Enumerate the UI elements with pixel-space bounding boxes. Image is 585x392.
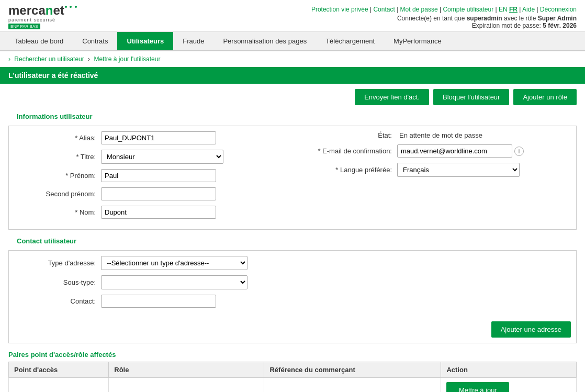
logo-dots — [64, 2, 77, 10]
top-nav-links: Protection vie privée | Contact | Mot de… — [311, 6, 577, 13]
sous-type-select[interactable] — [101, 275, 248, 289]
nav-contracts[interactable]: Contrats — [73, 32, 117, 50]
second-prenom-label: Second prénom: — [17, 190, 101, 198]
lang-en-link[interactable]: EN — [499, 6, 508, 13]
col-reference: Référence du commerçant — [264, 362, 441, 378]
email-row: * E-mail de confirmation: i — [298, 144, 568, 158]
logo-text: mercanet — [8, 4, 64, 17]
logout-link[interactable]: Déconnexion — [540, 6, 577, 13]
contact-form: Type d'adresse: --Sélectionner un type d… — [8, 250, 577, 343]
form-right-col: État: En attente de mot de passe * E-mai… — [298, 131, 568, 224]
nom-input[interactable] — [101, 206, 216, 219]
nav-fraud[interactable]: Fraude — [173, 32, 213, 50]
logo-area: mercanet paiement sécurisé BNP PARIBAS — [8, 4, 77, 29]
contact-link[interactable]: Contact — [373, 6, 395, 13]
paires-section: Paires point d'accès/rôle affectés Point… — [8, 349, 577, 392]
nav-users[interactable]: Utilisateurs — [117, 32, 173, 50]
account-link[interactable]: Compte utilisateur — [443, 6, 493, 13]
add-address-row: Ajouter une adresse — [9, 318, 576, 343]
privacy-link[interactable]: Protection vie privée — [311, 6, 368, 13]
form-left-col: * Alias: * Titre: Monsieur Madame Mademo… — [17, 131, 287, 224]
top-right-info: Protection vie privée | Contact | Mot de… — [311, 6, 577, 29]
nav-pages[interactable]: Personnalisation des pages — [213, 32, 316, 50]
etat-label: État: — [298, 131, 397, 139]
cell-role: Merchant Fraud Admin — [109, 378, 264, 393]
second-prenom-input[interactable] — [101, 187, 216, 200]
email-input[interactable] — [397, 144, 512, 158]
langue-label: * Langue préférée: — [298, 166, 397, 174]
type-adresse-select[interactable]: --Sélectionner un type d'adresse-- — [101, 256, 248, 270]
prenom-label: * Prénom: — [17, 172, 101, 180]
username-display: superadmin — [467, 15, 502, 22]
col-action: Action — [441, 362, 577, 378]
breadcrumb-update-user[interactable]: Mettre à jour l'utilisateur — [94, 55, 160, 63]
table-header-row: Point d'accès Rôle Référence du commerça… — [9, 362, 577, 378]
nom-label: * Nom: — [17, 208, 101, 216]
add-role-button[interactable]: Ajouter un rôle — [513, 89, 577, 105]
contact-form-area: Type d'adresse: --Sélectionner un type d… — [9, 251, 576, 318]
paires-table: Point d'accès Rôle Référence du commerça… — [8, 362, 577, 392]
top-header: mercanet paiement sécurisé BNP PARIBAS P… — [0, 0, 585, 32]
nav-download[interactable]: Téléchargement — [316, 32, 384, 50]
success-banner: L'utilisateur a été réactivé — [0, 67, 585, 84]
titre-label: * Titre: — [17, 153, 101, 161]
user-info: Connecté(e) en tant que superadmin avec … — [311, 15, 577, 22]
nav-myperformance[interactable]: MyPerformance — [384, 32, 451, 50]
role-display: Super Admin — [538, 15, 577, 22]
user-info-section-title: Informations utilisateur — [17, 110, 568, 122]
expiry-info: Expiration mot de passe: 5 févr. 2026 — [311, 22, 577, 29]
second-prenom-row: Second prénom: — [17, 187, 287, 200]
type-adresse-label: Type d'adresse: — [17, 259, 101, 267]
etat-value: En attente de mot de passe — [397, 131, 482, 139]
help-link[interactable]: Aide — [522, 6, 535, 13]
logo-subtitle: paiement sécurisé — [8, 17, 77, 23]
sous-type-label: Sous-type: — [17, 278, 101, 286]
breadcrumb-search-user[interactable]: Rechercher un utilisateur — [14, 55, 84, 63]
contact-input[interactable] — [101, 295, 216, 308]
lang-fr-link[interactable]: FR — [509, 6, 518, 13]
titre-select[interactable]: Monsieur Madame Mademoiselle — [101, 150, 223, 164]
type-adresse-row: Type d'adresse: --Sélectionner un type d… — [17, 256, 568, 270]
cell-action: Mettre à jour Supprimer — [441, 378, 577, 393]
action-buttons-row: Envoyer lien d'act. Bloquer l'utilisateu… — [0, 89, 585, 110]
block-user-button[interactable]: Bloquer l'utilisateur — [433, 89, 509, 105]
contact-label: Contact: — [17, 297, 101, 305]
cell-point-acces: POS/2744002 — [9, 378, 109, 393]
password-link[interactable]: Mot de passe — [400, 6, 438, 13]
breadcrumb: › Rechercher un utilisateur › Mettre à j… — [0, 51, 585, 67]
sous-type-row: Sous-type: — [17, 275, 568, 289]
table-row: POS/2744002 Merchant Fraud Admin 2110401… — [9, 378, 577, 393]
nav-dashboard[interactable]: Tableau de bord — [5, 32, 73, 50]
logo: mercanet — [8, 4, 77, 17]
update-role-button[interactable]: Mettre à jour — [446, 382, 509, 392]
alias-input[interactable] — [101, 131, 216, 144]
alias-row: * Alias: — [17, 131, 287, 144]
send-activation-link-button[interactable]: Envoyer lien d'act. — [355, 89, 429, 105]
nom-row: * Nom: — [17, 206, 287, 219]
cell-reference: 211040157530002 — [264, 378, 441, 393]
main-nav: Tableau de bord Contrats Utilisateurs Fr… — [0, 32, 585, 51]
titre-row: * Titre: Monsieur Madame Mademoiselle — [17, 150, 287, 164]
email-info-icon[interactable]: i — [514, 147, 524, 156]
form-two-col: * Alias: * Titre: Monsieur Madame Mademo… — [9, 126, 576, 229]
expiry-date: 5 févr. 2026 — [543, 22, 577, 29]
alias-label: * Alias: — [17, 134, 101, 142]
langue-row: * Langue préférée: Français English Deut… — [298, 163, 568, 177]
bnp-badge: BNP PARIBAS — [8, 24, 40, 29]
email-label: * E-mail de confirmation: — [298, 147, 397, 155]
user-info-form: * Alias: * Titre: Monsieur Madame Mademo… — [8, 126, 577, 230]
contact-section-title: Contact utilisateur — [17, 235, 568, 247]
paires-table-container: Point d'accès Rôle Référence du commerça… — [8, 362, 577, 392]
add-address-button[interactable]: Ajouter une adresse — [491, 321, 571, 338]
prenom-input[interactable] — [101, 169, 216, 182]
col-point-acces: Point d'accès — [9, 362, 109, 378]
col-role: Rôle — [109, 362, 264, 378]
prenom-row: * Prénom: — [17, 169, 287, 182]
paires-title: Paires point d'accès/rôle affectés — [8, 349, 577, 362]
etat-row: État: En attente de mot de passe — [298, 131, 568, 139]
langue-select[interactable]: Français English Deutsch — [397, 163, 520, 177]
contact-section: Contact utilisateur Type d'adresse: --Sé… — [8, 235, 577, 343]
contact-row: Contact: — [17, 295, 568, 308]
user-info-section: Informations utilisateur * Alias: * Titr… — [8, 110, 577, 230]
